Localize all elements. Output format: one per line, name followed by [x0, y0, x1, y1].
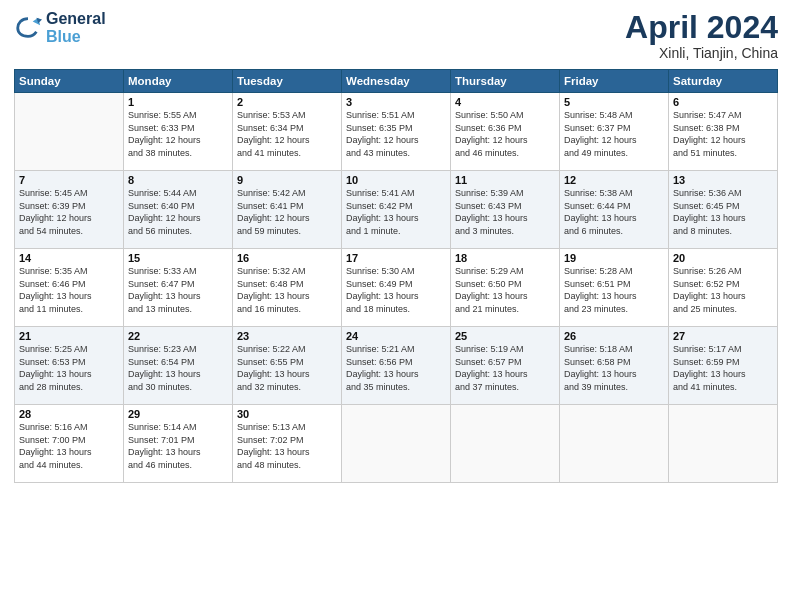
header-row: SundayMondayTuesdayWednesdayThursdayFrid…	[15, 70, 778, 93]
weekday-header: Friday	[560, 70, 669, 93]
day-number: 6	[673, 96, 773, 108]
calendar-cell: 10Sunrise: 5:41 AM Sunset: 6:42 PM Dayli…	[342, 171, 451, 249]
day-info: Sunrise: 5:33 AM Sunset: 6:47 PM Dayligh…	[128, 265, 228, 315]
calendar-cell: 3Sunrise: 5:51 AM Sunset: 6:35 PM Daylig…	[342, 93, 451, 171]
calendar-cell	[15, 93, 124, 171]
day-info: Sunrise: 5:29 AM Sunset: 6:50 PM Dayligh…	[455, 265, 555, 315]
day-info: Sunrise: 5:30 AM Sunset: 6:49 PM Dayligh…	[346, 265, 446, 315]
weekday-header: Thursday	[451, 70, 560, 93]
day-number: 29	[128, 408, 228, 420]
page: General Blue April 2024 Xinli, Tianjin, …	[0, 0, 792, 612]
logo-text: General Blue	[46, 10, 106, 45]
day-info: Sunrise: 5:42 AM Sunset: 6:41 PM Dayligh…	[237, 187, 337, 237]
weekday-header: Tuesday	[233, 70, 342, 93]
day-number: 11	[455, 174, 555, 186]
day-info: Sunrise: 5:16 AM Sunset: 7:00 PM Dayligh…	[19, 421, 119, 471]
day-number: 9	[237, 174, 337, 186]
day-number: 30	[237, 408, 337, 420]
day-number: 5	[564, 96, 664, 108]
day-number: 24	[346, 330, 446, 342]
day-info: Sunrise: 5:17 AM Sunset: 6:59 PM Dayligh…	[673, 343, 773, 393]
calendar-cell: 29Sunrise: 5:14 AM Sunset: 7:01 PM Dayli…	[124, 405, 233, 483]
calendar-cell: 26Sunrise: 5:18 AM Sunset: 6:58 PM Dayli…	[560, 327, 669, 405]
day-number: 3	[346, 96, 446, 108]
calendar-cell: 4Sunrise: 5:50 AM Sunset: 6:36 PM Daylig…	[451, 93, 560, 171]
calendar-week-row: 28Sunrise: 5:16 AM Sunset: 7:00 PM Dayli…	[15, 405, 778, 483]
calendar-cell: 20Sunrise: 5:26 AM Sunset: 6:52 PM Dayli…	[669, 249, 778, 327]
day-number: 28	[19, 408, 119, 420]
day-number: 14	[19, 252, 119, 264]
calendar-cell: 7Sunrise: 5:45 AM Sunset: 6:39 PM Daylig…	[15, 171, 124, 249]
day-info: Sunrise: 5:36 AM Sunset: 6:45 PM Dayligh…	[673, 187, 773, 237]
day-number: 18	[455, 252, 555, 264]
day-info: Sunrise: 5:47 AM Sunset: 6:38 PM Dayligh…	[673, 109, 773, 159]
calendar-week-row: 21Sunrise: 5:25 AM Sunset: 6:53 PM Dayli…	[15, 327, 778, 405]
calendar-cell: 28Sunrise: 5:16 AM Sunset: 7:00 PM Dayli…	[15, 405, 124, 483]
day-info: Sunrise: 5:14 AM Sunset: 7:01 PM Dayligh…	[128, 421, 228, 471]
day-info: Sunrise: 5:18 AM Sunset: 6:58 PM Dayligh…	[564, 343, 664, 393]
day-number: 4	[455, 96, 555, 108]
day-number: 1	[128, 96, 228, 108]
calendar-cell: 14Sunrise: 5:35 AM Sunset: 6:46 PM Dayli…	[15, 249, 124, 327]
weekday-header: Wednesday	[342, 70, 451, 93]
weekday-header: Saturday	[669, 70, 778, 93]
day-info: Sunrise: 5:45 AM Sunset: 6:39 PM Dayligh…	[19, 187, 119, 237]
day-info: Sunrise: 5:13 AM Sunset: 7:02 PM Dayligh…	[237, 421, 337, 471]
day-info: Sunrise: 5:19 AM Sunset: 6:57 PM Dayligh…	[455, 343, 555, 393]
day-number: 19	[564, 252, 664, 264]
day-info: Sunrise: 5:51 AM Sunset: 6:35 PM Dayligh…	[346, 109, 446, 159]
calendar-cell: 8Sunrise: 5:44 AM Sunset: 6:40 PM Daylig…	[124, 171, 233, 249]
day-info: Sunrise: 5:48 AM Sunset: 6:37 PM Dayligh…	[564, 109, 664, 159]
calendar-cell: 19Sunrise: 5:28 AM Sunset: 6:51 PM Dayli…	[560, 249, 669, 327]
day-number: 10	[346, 174, 446, 186]
calendar-cell: 11Sunrise: 5:39 AM Sunset: 6:43 PM Dayli…	[451, 171, 560, 249]
calendar-cell: 25Sunrise: 5:19 AM Sunset: 6:57 PM Dayli…	[451, 327, 560, 405]
calendar-cell: 21Sunrise: 5:25 AM Sunset: 6:53 PM Dayli…	[15, 327, 124, 405]
calendar-cell	[451, 405, 560, 483]
calendar-cell: 17Sunrise: 5:30 AM Sunset: 6:49 PM Dayli…	[342, 249, 451, 327]
day-info: Sunrise: 5:39 AM Sunset: 6:43 PM Dayligh…	[455, 187, 555, 237]
day-number: 17	[346, 252, 446, 264]
day-number: 22	[128, 330, 228, 342]
day-info: Sunrise: 5:25 AM Sunset: 6:53 PM Dayligh…	[19, 343, 119, 393]
day-info: Sunrise: 5:22 AM Sunset: 6:55 PM Dayligh…	[237, 343, 337, 393]
calendar-cell: 16Sunrise: 5:32 AM Sunset: 6:48 PM Dayli…	[233, 249, 342, 327]
calendar-cell: 2Sunrise: 5:53 AM Sunset: 6:34 PM Daylig…	[233, 93, 342, 171]
calendar-cell: 13Sunrise: 5:36 AM Sunset: 6:45 PM Dayli…	[669, 171, 778, 249]
day-number: 15	[128, 252, 228, 264]
day-number: 25	[455, 330, 555, 342]
calendar-cell: 15Sunrise: 5:33 AM Sunset: 6:47 PM Dayli…	[124, 249, 233, 327]
calendar-cell	[669, 405, 778, 483]
calendar-cell	[560, 405, 669, 483]
calendar-cell: 30Sunrise: 5:13 AM Sunset: 7:02 PM Dayli…	[233, 405, 342, 483]
day-info: Sunrise: 5:35 AM Sunset: 6:46 PM Dayligh…	[19, 265, 119, 315]
logo-line2: Blue	[46, 28, 81, 45]
calendar-cell: 9Sunrise: 5:42 AM Sunset: 6:41 PM Daylig…	[233, 171, 342, 249]
weekday-header: Sunday	[15, 70, 124, 93]
day-number: 26	[564, 330, 664, 342]
day-number: 23	[237, 330, 337, 342]
day-info: Sunrise: 5:55 AM Sunset: 6:33 PM Dayligh…	[128, 109, 228, 159]
calendar-week-row: 14Sunrise: 5:35 AM Sunset: 6:46 PM Dayli…	[15, 249, 778, 327]
title-block: April 2024 Xinli, Tianjin, China	[625, 10, 778, 61]
day-number: 13	[673, 174, 773, 186]
calendar-cell	[342, 405, 451, 483]
calendar-cell: 1Sunrise: 5:55 AM Sunset: 6:33 PM Daylig…	[124, 93, 233, 171]
day-number: 21	[19, 330, 119, 342]
day-info: Sunrise: 5:44 AM Sunset: 6:40 PM Dayligh…	[128, 187, 228, 237]
day-info: Sunrise: 5:38 AM Sunset: 6:44 PM Dayligh…	[564, 187, 664, 237]
day-info: Sunrise: 5:23 AM Sunset: 6:54 PM Dayligh…	[128, 343, 228, 393]
calendar-week-row: 7Sunrise: 5:45 AM Sunset: 6:39 PM Daylig…	[15, 171, 778, 249]
day-number: 20	[673, 252, 773, 264]
day-number: 7	[19, 174, 119, 186]
calendar-table: SundayMondayTuesdayWednesdayThursdayFrid…	[14, 69, 778, 483]
calendar-cell: 27Sunrise: 5:17 AM Sunset: 6:59 PM Dayli…	[669, 327, 778, 405]
weekday-header: Monday	[124, 70, 233, 93]
location: Xinli, Tianjin, China	[625, 45, 778, 61]
day-info: Sunrise: 5:41 AM Sunset: 6:42 PM Dayligh…	[346, 187, 446, 237]
header: General Blue April 2024 Xinli, Tianjin, …	[14, 10, 778, 61]
day-number: 8	[128, 174, 228, 186]
day-info: Sunrise: 5:26 AM Sunset: 6:52 PM Dayligh…	[673, 265, 773, 315]
day-info: Sunrise: 5:28 AM Sunset: 6:51 PM Dayligh…	[564, 265, 664, 315]
calendar-cell: 23Sunrise: 5:22 AM Sunset: 6:55 PM Dayli…	[233, 327, 342, 405]
